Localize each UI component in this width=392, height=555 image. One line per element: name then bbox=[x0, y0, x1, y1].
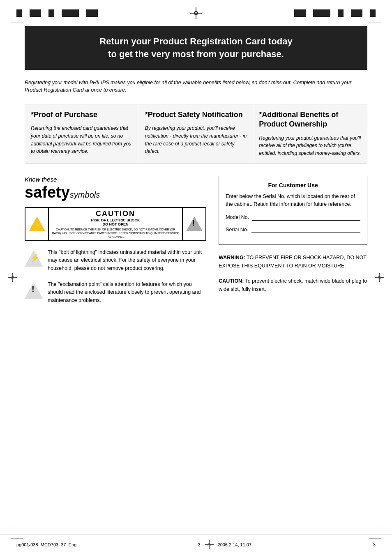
symbols-text: symbols bbox=[70, 190, 100, 199]
caution-lightning-triangle bbox=[25, 208, 48, 240]
caution-center-text: CAUTION RISK OF ELECTRIC SHOCK DO NOT OP… bbox=[48, 208, 183, 240]
col-title-2: *Product Safety Notification bbox=[145, 110, 247, 120]
corner-mark-tr bbox=[369, 23, 381, 35]
footer-timestamp: 2006.2.14, 11:07 bbox=[218, 542, 252, 547]
right-crosshair bbox=[375, 273, 384, 282]
col-body-1: Returning the enclosed card guarantees t… bbox=[31, 124, 133, 155]
safety-heading: Know these safetysymbols bbox=[25, 176, 206, 201]
model-number-field bbox=[252, 214, 360, 221]
safety-item1-text: This "bolt of lightning" indicates unins… bbox=[48, 249, 206, 272]
customer-use-title: For Customer Use bbox=[226, 182, 360, 189]
caution-line1: RISK OF ELECTRIC SHOCK bbox=[51, 218, 180, 222]
footer-page-number: 3 bbox=[198, 542, 200, 547]
model-number-row: Model No. bbox=[226, 214, 360, 221]
col-additional-benefits: *Additional Benefits of Product Ownershi… bbox=[253, 104, 367, 163]
safety-title: safety bbox=[25, 184, 70, 201]
header-box: Return your Product Registration Card to… bbox=[25, 26, 367, 70]
page-title: Return your Product Registration Card to… bbox=[37, 35, 355, 61]
safety-item-lightning: This "bolt of lightning" indicates unins… bbox=[25, 249, 206, 272]
know-these-text: Know these bbox=[25, 176, 206, 183]
caution-word: CAUTION bbox=[51, 210, 180, 218]
customer-use-text: Enter below the Serial No. which is loca… bbox=[226, 193, 360, 209]
safety-item2-text: The "exclamation point" calls attention … bbox=[48, 281, 206, 304]
caution-fine-print: CAUTION: TO REDUCE THE RISK OF ELECTRIC … bbox=[51, 228, 180, 239]
caution-line2: DO NOT OPEN bbox=[51, 222, 180, 226]
main-content: Return your Product Registration Card to… bbox=[0, 26, 392, 329]
warning-shock: CAUTION: To prevent electric shock, matc… bbox=[219, 277, 367, 293]
serial-label: Serial No. bbox=[226, 227, 248, 233]
caution-exclaim-triangle bbox=[183, 208, 205, 240]
model-label: Model No. bbox=[226, 214, 249, 220]
bottom-section: Know these safetysymbols CAUTION RISK OF… bbox=[25, 176, 367, 313]
left-crosshair bbox=[8, 273, 17, 282]
customer-use-box: For Customer Use Enter below the Serial … bbox=[219, 176, 367, 245]
top-decorative-bar bbox=[0, 0, 392, 26]
col-title-3: *Additional Benefits of Product Ownershi… bbox=[259, 110, 361, 129]
lightning-icon bbox=[25, 250, 43, 267]
col-body-3: Registering your product guarantees that… bbox=[259, 134, 361, 157]
footer-crosshair bbox=[205, 540, 214, 549]
three-column-section: *Proof of Purchase Returning the enclose… bbox=[25, 104, 367, 164]
top-crosshair-icon bbox=[190, 7, 202, 19]
serial-number-field bbox=[251, 226, 360, 233]
exclaim-icon bbox=[25, 282, 43, 299]
footer-left: pg001-038_MCD703_37_Eng bbox=[16, 542, 76, 547]
col-product-safety: *Product Safety Notification By register… bbox=[139, 104, 254, 163]
warning-fire: WARNING: TO PREVENT FIRE OR SHOCK HAZARD… bbox=[219, 254, 367, 270]
corner-mark-tl bbox=[11, 23, 23, 35]
footer: pg001-038_MCD703_37_Eng 3 2006.2.14, 11:… bbox=[0, 534, 392, 555]
col-proof-of-purchase: *Proof of Purchase Returning the enclose… bbox=[25, 104, 139, 163]
intro-text: Registering your model with PHILIPS make… bbox=[25, 79, 367, 94]
serial-number-row: Serial No. bbox=[226, 226, 360, 233]
footer-center: 3 2006.2.14, 11:07 bbox=[198, 540, 251, 549]
safety-column: Know these safetysymbols CAUTION RISK OF… bbox=[25, 176, 206, 313]
caution-box: CAUTION RISK OF ELECTRIC SHOCK DO NOT OP… bbox=[25, 207, 206, 241]
page-number-right: 3 bbox=[373, 542, 376, 548]
warning-bold-1: WARNING: bbox=[219, 255, 245, 260]
safety-item-exclaim: The "exclamation point" calls attention … bbox=[25, 281, 206, 304]
warning-bold-2: CAUTION: bbox=[219, 278, 244, 284]
col-title-1: *Proof of Purchase bbox=[31, 110, 133, 120]
right-column: For Customer Use Enter below the Serial … bbox=[219, 176, 367, 301]
col-body-2: By registering your product, you'll rece… bbox=[145, 124, 247, 155]
